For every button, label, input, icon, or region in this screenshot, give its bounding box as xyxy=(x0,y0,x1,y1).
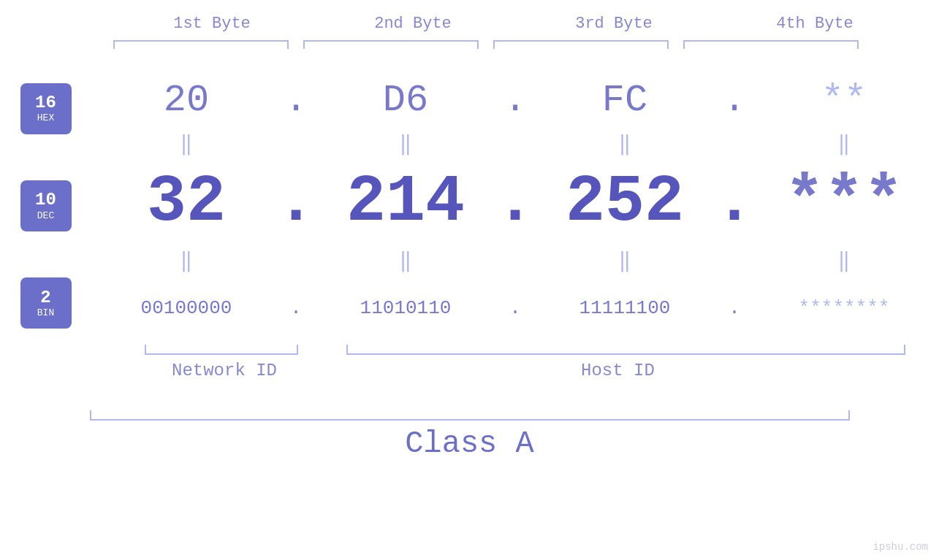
eq2-cell1: ‖ xyxy=(91,248,281,273)
badges-column: 16 HEX 10 DEC 2 BIN xyxy=(0,71,91,341)
eq2-cell4: ‖ xyxy=(749,248,939,273)
eq1-cell1: ‖ xyxy=(91,131,281,156)
eq1-cell4: ‖ xyxy=(749,131,939,156)
hex-badge-number: 16 xyxy=(35,93,56,112)
hex-byte3-cell: FC xyxy=(530,79,720,122)
dec-badge-number: 10 xyxy=(35,191,56,210)
dec-byte2-value: 214 xyxy=(346,165,465,239)
bin-byte2-cell: 11010110 xyxy=(311,297,501,319)
hex-dot2: . xyxy=(503,79,526,122)
bin-dot3: . xyxy=(729,297,740,319)
bin-data-row: 00100000 . 11010110 . 11111100 . xyxy=(91,275,939,341)
network-id-bracket xyxy=(145,345,298,355)
equals-row-2: ‖ ‖ ‖ ‖ xyxy=(91,246,939,275)
byte-headers: 1st Byte 2nd Byte 3rd Byte 4th Byte xyxy=(112,15,916,33)
bin-sep2: . xyxy=(501,297,530,319)
hex-byte2-cell: D6 xyxy=(311,79,501,122)
bin-byte4-cell: ******** xyxy=(749,297,939,319)
dec-badge: 10 DEC xyxy=(20,180,72,231)
bracket-byte4 xyxy=(683,40,859,49)
dec-dot3: . xyxy=(715,165,754,239)
hex-sep1: . xyxy=(281,79,311,122)
bin-badge: 2 BIN xyxy=(20,277,72,329)
bin-byte1-value: 00100000 xyxy=(141,297,232,319)
class-label: Class A xyxy=(0,426,939,461)
dec-dot1: . xyxy=(276,165,316,239)
bin-byte2-value: 11010110 xyxy=(360,297,452,319)
hex-badge-label: HEX xyxy=(37,112,54,123)
hex-byte2-value: D6 xyxy=(383,79,428,122)
host-id-bracket xyxy=(346,345,905,355)
dec-byte4-value: *** xyxy=(785,165,903,239)
byte3-header: 3rd Byte xyxy=(526,15,702,33)
dec-data-row: 32 . 214 . 252 . *** xyxy=(91,158,939,246)
hex-byte4-value: ** xyxy=(821,79,867,122)
dec-byte3-cell: 252 xyxy=(530,165,720,239)
hex-byte1-value: 20 xyxy=(164,79,209,122)
hex-dot3: . xyxy=(723,79,745,122)
bin-sep1: . xyxy=(281,297,311,319)
bin-byte1-cell: 00100000 xyxy=(91,297,281,319)
dec-badge-label: DEC xyxy=(37,210,54,221)
eq1-cell3: ‖ xyxy=(530,131,720,156)
dec-byte2-cell: 214 xyxy=(311,165,501,239)
bin-badge-number: 2 xyxy=(40,288,50,307)
hex-byte1-cell: 20 xyxy=(91,79,281,122)
dec-sep1: . xyxy=(281,165,311,239)
equals-row-1: ‖ ‖ ‖ ‖ xyxy=(91,129,939,158)
bracket-byte3 xyxy=(493,40,669,49)
byte4-header: 4th Byte xyxy=(727,15,902,33)
eq2-cell3: ‖ xyxy=(530,248,720,273)
hex-sep3: . xyxy=(720,79,749,122)
top-brackets xyxy=(106,40,917,49)
dec-byte1-value: 32 xyxy=(147,165,226,239)
bin-sep3: . xyxy=(720,297,749,319)
bin-byte4-value: ******** xyxy=(799,297,890,319)
dec-byte4-cell: *** xyxy=(749,165,939,239)
hex-dot1: . xyxy=(284,79,307,122)
bin-dot1: . xyxy=(290,297,302,319)
hex-badge: 16 HEX xyxy=(20,83,72,134)
bracket-byte1 xyxy=(113,40,289,49)
dec-sep3: . xyxy=(720,165,749,239)
content-area: 16 HEX 10 DEC 2 BIN 20 . xyxy=(0,71,939,341)
bin-byte3-value: 11111100 xyxy=(579,297,671,319)
hex-data-row: 20 . D6 . FC . ** xyxy=(91,71,939,129)
rows-container: 20 . D6 . FC . ** xyxy=(91,71,939,341)
eq2-cell2: ‖ xyxy=(311,248,501,273)
host-id-label: Host ID xyxy=(581,361,655,380)
hex-sep2: . xyxy=(501,79,530,122)
dec-dot2: . xyxy=(495,165,535,239)
hex-byte3-value: FC xyxy=(602,79,647,122)
main-container: 1st Byte 2nd Byte 3rd Byte 4th Byte 16 H… xyxy=(0,0,939,560)
class-section: Class A xyxy=(0,410,939,461)
class-bracket xyxy=(90,410,850,421)
network-id-label: Network ID xyxy=(172,361,277,380)
watermark: ipshu.com xyxy=(873,541,928,553)
byte2-header: 2nd Byte xyxy=(325,15,501,33)
bin-byte3-cell: 11111100 xyxy=(530,297,720,319)
eq1-cell2: ‖ xyxy=(311,131,501,156)
byte1-header: 1st Byte xyxy=(124,15,300,33)
bottom-bracket-section: Network ID Host ID xyxy=(0,345,939,396)
bracket-byte2 xyxy=(303,40,479,49)
dec-byte1-cell: 32 xyxy=(91,165,281,239)
bin-dot2: . xyxy=(509,297,521,319)
dec-byte3-value: 252 xyxy=(566,165,684,239)
bin-badge-label: BIN xyxy=(37,307,54,318)
dec-sep2: . xyxy=(501,165,530,239)
hex-byte4-cell: ** xyxy=(749,79,939,122)
